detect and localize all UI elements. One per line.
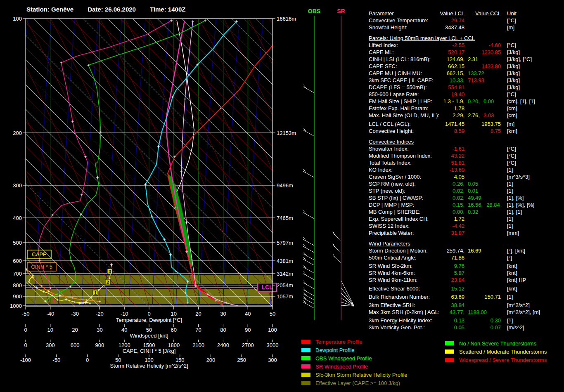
axis-label: 0 — [147, 311, 150, 317]
moist-adiabat-line — [364, 19, 367, 307]
axis-label: LCL — [261, 284, 273, 290]
axis-label: 300 — [268, 357, 277, 363]
axis-label: -40 — [46, 311, 54, 317]
value-lcl: 124.69, — [369, 56, 464, 63]
unit-label: [km] — [507, 128, 517, 135]
parameter-row: KO Index:-13.69[1] — [369, 166, 563, 173]
legend-label: Widespread / Severe Thunderstorms — [459, 357, 547, 363]
legend-item: No / Non Severe Thunderstorms — [445, 339, 547, 347]
isotherm-line — [0, 19, 174, 307]
parameter-row: 850-600 Lapse Rate:19.40[°C] — [369, 91, 563, 98]
axis-label: CAPE, CINH * 5 [J/kg] — [123, 348, 176, 354]
legend-item: Dewpoint Profile — [301, 346, 408, 354]
value-lcl: 1.3 - 1.9, — [369, 98, 464, 105]
axis-label: 1000 — [10, 303, 22, 309]
axis-label: 700 — [13, 271, 22, 277]
unit-label: [1] — [507, 317, 513, 324]
value-lcl: 29.74 — [369, 17, 464, 24]
axis-label: 90 — [245, 327, 251, 333]
axis-label: Storm Relative Helicity [m^2/s^2] — [110, 363, 188, 369]
axis-label: 9496m — [277, 182, 293, 189]
axis-label: 200 — [206, 357, 216, 363]
axis-label: 60 — [171, 327, 177, 333]
parameter-row: Max 3km SRH (0-2km) | AGL:43.77,1188.00[… — [369, 309, 563, 316]
axis-label: 70 — [195, 327, 201, 333]
unit-label: [m] — [507, 120, 514, 128]
parameter-row: CAPE ML:520.171230.85[J/kg] — [369, 49, 563, 56]
legend-swatch — [301, 364, 310, 368]
value-lcl: 554.81 — [369, 84, 464, 91]
value-lcl: 38.84 — [369, 302, 464, 309]
value-extra: 16.56,28.84 — [468, 201, 504, 208]
dry-adiabat-line — [149, 19, 273, 307]
axis-label: 400 — [13, 215, 22, 221]
axis-label: 12153m — [277, 130, 296, 136]
axis-label: 3000 — [267, 342, 279, 348]
dry-adiabat-line — [323, 19, 367, 307]
moist-adiabat-line — [317, 19, 334, 307]
srh-axis: -100-50050100150200250300Storm Relative … — [20, 354, 277, 369]
unit-label: [J/kg] — [507, 49, 520, 56]
value-ccl: 0.07 — [369, 324, 501, 331]
isotherm-minor-line — [219, 19, 367, 307]
unit-label: [1] — [507, 187, 513, 194]
axis-label: 3142m — [277, 271, 293, 277]
section-header: Parcels: Using 50mB mean layer LCL + CCL — [369, 35, 563, 42]
unit-label: [knt] HP — [507, 276, 526, 283]
value-extra: 16.69 — [468, 247, 485, 254]
axis-label: 300 — [13, 182, 22, 189]
section-header: Wind Parameters — [369, 240, 563, 247]
axis-label: 10 — [171, 311, 177, 317]
legend-item: Widespread / Severe Thunderstorms — [445, 356, 547, 364]
parameter-row: STP (new, old):0.02,0.01[1] — [369, 187, 563, 194]
parameter-row: CAPE MU | CINH MU:662.15,133.72[J/kg] — [369, 70, 563, 77]
axis-label: 100 — [268, 327, 277, 333]
value-lcl: 0.15, — [369, 201, 464, 208]
axis-label: -10 — [121, 311, 128, 317]
legend-swatch — [301, 381, 310, 385]
section-header: Convective Indices — [369, 138, 563, 145]
unit-label: [1], [%] — [507, 194, 524, 201]
value-lcl: -1.61 — [369, 145, 464, 152]
legend-item: Scattered / Moderate Thunderstorms — [445, 347, 547, 356]
col-unit: Unit — [507, 10, 517, 17]
axis-label: 1500 — [143, 342, 155, 348]
unit-label: [mm] — [507, 229, 519, 236]
axis-label: 50 — [115, 357, 121, 363]
axis-label: 1200 — [118, 342, 130, 348]
value-lcl: 0.26, — [369, 180, 464, 187]
legend-label: Effective Layer (CAPE >= 100 J/kg) — [315, 380, 400, 386]
isotherm-line — [58, 19, 346, 307]
severity-legend: No / Non Severe ThunderstormsScattered /… — [445, 339, 547, 364]
unit-label: [°], [knt] — [507, 247, 525, 254]
wind-barbs — [303, 85, 354, 308]
parameter-row: CINH | LSI (LCL: 816mB):124.69,2.31[J/kg… — [369, 56, 563, 63]
axis-label: 40 — [121, 327, 127, 333]
unit-label: [m^2/s^2], [m] — [507, 309, 540, 316]
parameter-row: SB STP (fix) | CWASP:0.02,49.49[1], [%] — [369, 194, 563, 201]
axis-label: -50 — [52, 357, 60, 363]
value-extra: 0.20,0.00 — [468, 98, 498, 105]
value-ccl: 150.71 — [369, 293, 501, 300]
unit-label: [J/kg] — [507, 77, 520, 84]
unit-label: [1] — [507, 222, 513, 229]
parameter-row: Max. Hail Size (OLD, MU, IL):2.29,2.76,3… — [369, 112, 563, 119]
lcl-label-box: LCL — [258, 283, 277, 292]
unit-label: [J/kg], [°C] — [507, 56, 532, 63]
unit-label: [m^2/s^2] — [507, 302, 530, 309]
cape-axis: 03006009001200150018002100240027003000CA… — [24, 340, 278, 354]
legend-label: Sfc-3km Storm Relative Helicity Profile — [315, 372, 408, 378]
moist-adiabat-line — [152, 19, 169, 307]
obs-column-label: OBS — [308, 8, 320, 14]
isotherm-minor-line — [145, 19, 367, 307]
axis-label: 3 — [109, 269, 111, 274]
axis-label: 600 — [13, 258, 22, 264]
axis-label: 0 — [24, 342, 27, 348]
parameter-row: Snowfall Height:3437.48[m] — [369, 24, 563, 31]
windspeed-axis: 0102030405060708090100Windspeed [knt] — [24, 324, 277, 339]
dry-adiabat-line — [199, 19, 323, 307]
parcel-lcl-profile — [180, 20, 238, 306]
value-lcl: 9.76 — [369, 262, 464, 269]
table-header-row: ParameterValue LCLValue CCLUnit — [369, 10, 563, 17]
parameter-table: ParameterValue LCLValue CCLUnitConvectiv… — [369, 10, 563, 331]
